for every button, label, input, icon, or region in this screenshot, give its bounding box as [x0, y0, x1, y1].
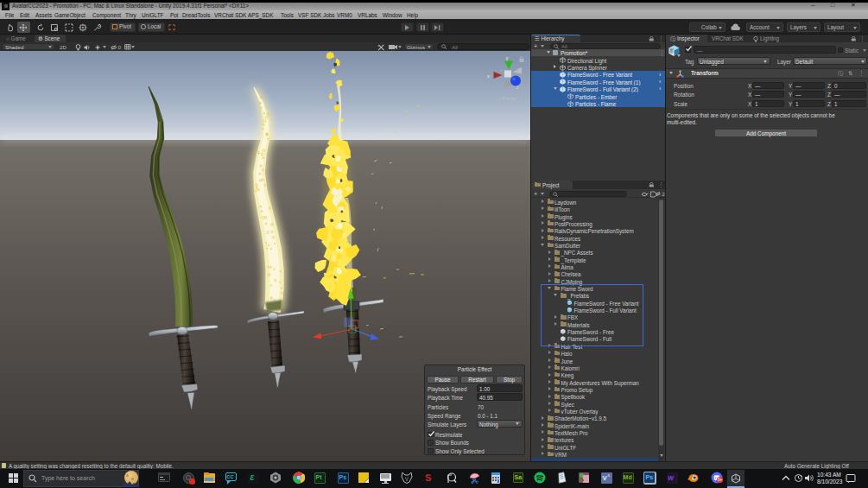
svg-text:‹ Persp: ‹ Persp	[499, 95, 517, 101]
